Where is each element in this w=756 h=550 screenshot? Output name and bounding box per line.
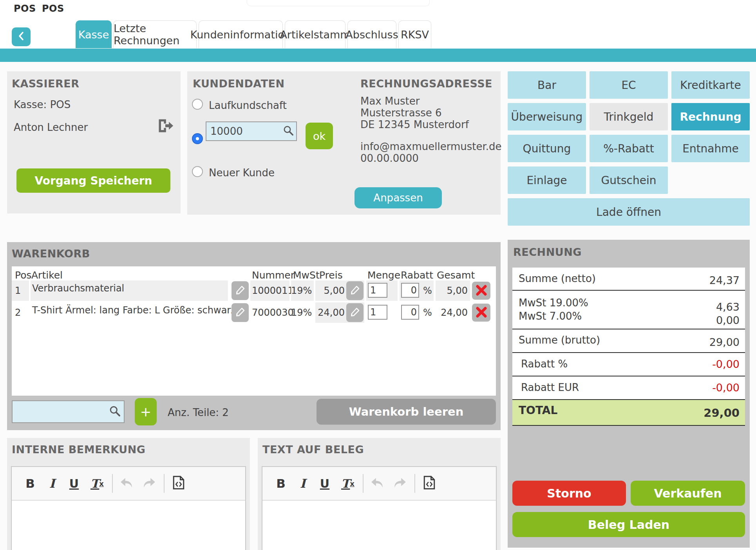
- kassierer-panel: KASSIERER Kasse: POS Anton Lechner Vorga…: [7, 71, 181, 213]
- cart-row: 1 Verbrauchsmaterial 1000011 19% 5,00 %: [12, 280, 496, 301]
- cell-price: 24,00: [315, 302, 364, 323]
- cell-article: T-Shirt Ärmel: lang Farbe: L Größe: schw…: [31, 302, 228, 323]
- pay-ec-button[interactable]: EC: [590, 71, 668, 99]
- ok-button[interactable]: ok: [306, 123, 333, 149]
- chevron-left-icon: [17, 31, 25, 43]
- radio-neuer-kunde[interactable]: [192, 166, 203, 177]
- tab-rksv[interactable]: RKSV: [398, 20, 431, 48]
- qty-input[interactable]: [368, 283, 387, 298]
- pay-bar-button[interactable]: Bar: [508, 71, 586, 99]
- radio-laufkundschaft[interactable]: [192, 99, 203, 110]
- pay-ueberweisung-button[interactable]: Überweisung: [508, 103, 586, 130]
- cart-panel: WARENKORB Pos Artikel Nummer MwSt Preis …: [7, 242, 501, 430]
- underline-button[interactable]: U: [65, 467, 83, 500]
- pay-trinkgeld-button[interactable]: Trinkgeld: [590, 103, 668, 130]
- remove-format-glyph: T: [341, 477, 350, 490]
- open-drawer-button[interactable]: Lade öffnen: [508, 198, 750, 226]
- cart-row: 2 T-Shirt Ärmel: lang Farbe: L Größe: sc…: [12, 302, 496, 323]
- netto-label: Summe (netto): [519, 273, 596, 284]
- logout-icon[interactable]: [157, 118, 174, 136]
- pay-entnahme-button[interactable]: Entnahme: [671, 135, 750, 162]
- internal-note-panel: INTERNE BEMERKUNG B I U Tx: [7, 438, 250, 550]
- load-receipt-button[interactable]: Beleg Laden: [512, 512, 745, 537]
- qty-input[interactable]: [368, 305, 387, 320]
- cell-number: 1000011: [250, 280, 289, 301]
- italic-button[interactable]: I: [294, 467, 312, 500]
- undo-button[interactable]: [367, 467, 388, 500]
- radio-kundennummer[interactable]: [192, 133, 203, 144]
- address-street: Musterstrasse 6: [360, 107, 442, 118]
- source-code-icon: [423, 476, 435, 491]
- edit-price-button[interactable]: [346, 281, 364, 300]
- bold-button[interactable]: B: [272, 467, 290, 500]
- pay-rechnung-button[interactable]: Rechnung: [671, 103, 750, 130]
- remove-format-button[interactable]: Tx: [338, 467, 358, 500]
- tab-label: Kundeninformation: [190, 29, 291, 41]
- storno-button[interactable]: Storno: [512, 481, 626, 506]
- remove-format-button[interactable]: Tx: [87, 467, 107, 500]
- discount-eur-value: -0,00: [712, 382, 740, 394]
- delete-row-button[interactable]: [472, 304, 490, 322]
- cell-discount: %: [400, 302, 434, 323]
- internal-note-title: INTERNE BEMERKUNG: [12, 443, 146, 456]
- pencil-icon: [234, 291, 246, 297]
- col-artikel: Artikel: [31, 270, 63, 281]
- pay-gutschein-button[interactable]: Gutschein: [590, 166, 668, 194]
- edit-address-button[interactable]: Anpassen: [354, 187, 442, 208]
- kassierer-title: KASSIERER: [12, 78, 80, 90]
- pencil-icon: [349, 313, 361, 319]
- edit-price-button[interactable]: [346, 303, 364, 322]
- cart-table: Pos Artikel Nummer MwSt Preis Menge Raba…: [12, 266, 496, 396]
- col-rabatt: Rabatt: [401, 270, 433, 281]
- tab-label: Kasse: [78, 29, 109, 41]
- tab-kasse[interactable]: Kasse: [76, 20, 112, 48]
- pay-quittung-button[interactable]: Quittung: [508, 135, 586, 162]
- internal-note-textarea[interactable]: [12, 501, 245, 550]
- discount-input[interactable]: [401, 283, 419, 298]
- add-article-button[interactable]: +: [135, 398, 157, 425]
- address-phone: 00.00.0000: [360, 153, 419, 164]
- cell-qty: [366, 302, 398, 323]
- internal-note-editor: B I U Tx: [11, 466, 246, 550]
- address-email: info@maxmuellermuster.de: [360, 141, 502, 152]
- redo-button[interactable]: [389, 467, 410, 500]
- sell-button[interactable]: Verkaufen: [631, 481, 745, 506]
- save-transaction-button[interactable]: Vorgang Speichern: [16, 168, 170, 193]
- redo-button[interactable]: [139, 467, 159, 500]
- tab-artikelstamm[interactable]: Artikelstamm: [285, 20, 345, 48]
- back-button[interactable]: [12, 27, 31, 46]
- receipt-text-textarea[interactable]: [262, 501, 496, 550]
- top-popup-remnant: [247, 0, 430, 6]
- pay-einlage-button[interactable]: Einlage: [508, 166, 586, 194]
- delete-row-button[interactable]: [472, 282, 490, 300]
- bold-button[interactable]: B: [21, 467, 39, 500]
- underline-button[interactable]: U: [316, 467, 334, 500]
- source-button[interactable]: [168, 467, 189, 500]
- tab-label: RKSV: [401, 29, 429, 41]
- cell-total: 5,00: [436, 280, 470, 301]
- brutto-value: 29,00: [709, 336, 740, 348]
- italic-button[interactable]: I: [43, 467, 61, 500]
- col-nummer: Nummer: [252, 270, 295, 281]
- undo-button[interactable]: [117, 467, 137, 500]
- payment-grid: Bar EC Kreditkarte Überweisung Trinkgeld…: [508, 71, 750, 226]
- edit-article-button[interactable]: [232, 303, 249, 322]
- col-preis: Preis: [319, 270, 343, 281]
- pay-kreditkarte-button[interactable]: Kreditkarte: [671, 71, 750, 99]
- article-search-input[interactable]: [12, 400, 125, 423]
- brutto-row: Summe (brutto) 29,00: [512, 329, 745, 353]
- tab-kundeninformation[interactable]: Kundeninformation: [199, 20, 283, 48]
- tab-letzte-rechnungen[interactable]: Letzte Rechnungen: [113, 20, 197, 48]
- tab-label: Artikelstamm: [280, 29, 350, 41]
- netto-value: 24,37: [709, 274, 740, 286]
- total-label: TOTAL: [519, 404, 557, 417]
- cell-qty: [366, 280, 398, 301]
- discount-input[interactable]: [401, 305, 419, 320]
- edit-article-button[interactable]: [232, 281, 249, 300]
- radio-neuer-kunde-label: Neuer Kunde: [209, 167, 275, 179]
- clear-cart-button[interactable]: Warenkorb leeren: [317, 399, 496, 425]
- source-button[interactable]: [419, 467, 439, 500]
- app-header: POS POS Kasse Letzte Rechnungen Kundenin…: [0, 0, 756, 49]
- pay-rabatt-button[interactable]: %-Rabatt: [590, 135, 668, 162]
- tab-abschluss[interactable]: Abschluss: [347, 20, 396, 48]
